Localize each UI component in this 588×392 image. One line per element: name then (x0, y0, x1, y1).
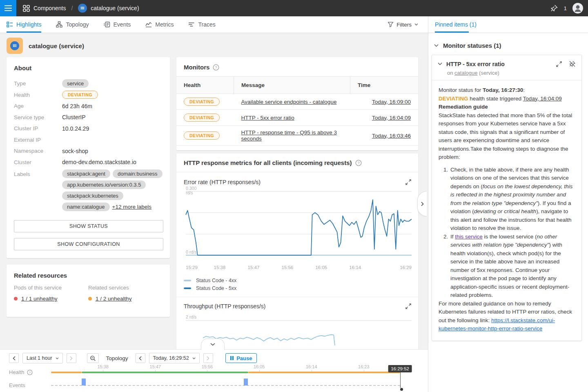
health-track-label: Health ? (9, 369, 33, 375)
about-row-age: Age 6d 23h 46m (14, 100, 163, 112)
legend-item-5xx: Status Code - 5xx (184, 284, 418, 292)
remediation-steps: Check, in the table above, if there are … (439, 166, 575, 300)
about-row-cluster-ip: Cluster IP 10.0.24.29 (14, 123, 163, 134)
error-rate-chart[interactable]: 0.300rd/s 0 rd/s (186, 191, 412, 263)
filters-button[interactable]: Filters (388, 16, 418, 33)
about-row-external-ip: External IP (14, 134, 163, 146)
collapse-timeline-tab[interactable] (201, 339, 225, 350)
tab-events[interactable]: Events (104, 16, 131, 33)
related-resources-title: Related resources (14, 272, 163, 279)
monitor-time-link[interactable]: Today, 16:04:09 (372, 115, 411, 121)
app-window: Components / catalogue (service) 1 (0, 0, 588, 392)
help-icon[interactable]: ? (213, 64, 219, 71)
chevron-down-icon[interactable] (438, 62, 442, 65)
monitor-status-line: Monitor status for Today, 16:27:30: (439, 86, 575, 95)
breadcrumb-current[interactable]: catalogue (service) (91, 5, 139, 11)
highlights-icon (7, 21, 13, 28)
related-group-pods: Pods of this service 1 / 1 unhealthy (14, 285, 88, 302)
more-labels-link[interactable]: +12 more labels (112, 204, 151, 210)
monitor-time-link[interactable]: Today, 16:03:46 (372, 133, 411, 139)
health-state-badge: DEVIATING (184, 98, 220, 106)
show-configuration-button[interactable]: SHOW CONFIGURATION (14, 238, 163, 250)
error-rate-plot (186, 191, 412, 256)
topbar-actions: 1 (550, 0, 583, 16)
hamburger-icon (4, 5, 12, 11)
related-group-services: Related services 1 / 2 unhealthy (88, 285, 163, 302)
services-unhealthy-link[interactable]: 1 / 2 unhealthy (96, 296, 132, 302)
tab-topology[interactable]: Topology (56, 16, 89, 33)
monitor-time-link[interactable]: Today, 16:09:00 (372, 99, 411, 105)
events-track (51, 376, 425, 389)
about-row-labels: Labels stackpack:agent domain:business a… (14, 169, 163, 211)
chart-legend: Status Code - 4xx Status Code - 5xx (184, 276, 418, 292)
avatar[interactable] (572, 3, 583, 13)
hamburger-menu-button[interactable] (0, 0, 16, 16)
expand-icon[interactable] (405, 179, 412, 185)
about-row-health: Health DEVIATING (14, 89, 163, 101)
components-grid-icon (23, 5, 30, 12)
column-header-message: Message (234, 77, 350, 94)
filter-funnel-icon (388, 22, 394, 28)
component-health-badge (7, 38, 23, 54)
health-state-badge: DEVIATING (62, 91, 98, 99)
about-row-cluster: Cluster demo-dev.demo.stackstate.io (14, 157, 163, 168)
unpin-icon[interactable] (569, 60, 576, 67)
monitors-table: Health Message Time DEVIATING Available … (176, 76, 418, 146)
tab-label: Topology (66, 21, 89, 28)
tab-metrics[interactable]: Metrics (145, 16, 174, 33)
traces-icon (188, 21, 195, 28)
related-resources-card: Related resources Pods of this service 1… (7, 265, 170, 317)
label-pill: stackpack:kubernetes (62, 192, 123, 200)
monitor-triggered-line: DEVIATING health state triggered Today, … (439, 95, 575, 103)
service-icon (10, 41, 19, 50)
chevron-down-icon (434, 44, 439, 47)
monitor-link[interactable]: HTTP - response time - Q95 is above 3 se… (241, 129, 337, 142)
http-metrics-card: HTTP response metrics for all clients (i… (176, 154, 418, 349)
top-bar: Components / catalogue (service) 1 (0, 0, 588, 16)
timeline-track[interactable]: 15:3815:4715:5616:0516:1416:23 16:29:52 (51, 350, 425, 392)
tab-label: Events (114, 21, 131, 28)
pinned-items-panel: Pinned items (1) Monitor statuses (1) HT… (428, 16, 588, 392)
help-icon[interactable]: ? (27, 370, 33, 375)
monitor-row: DEVIATING Available service endpoints - … (176, 94, 418, 110)
events-dash (51, 385, 400, 386)
svg-text:?: ? (29, 370, 31, 374)
pinned-monitor-title[interactable]: HTTP - 5xx error ratio (446, 61, 552, 67)
chevron-right-icon (421, 202, 424, 206)
pinned-monitor-component[interactable]: on catalogue (service) (447, 70, 576, 76)
monitor-link[interactable]: HTTP - 5xx error ratio (241, 115, 294, 121)
pods-unhealthy-link[interactable]: 1 / 1 unhealthy (21, 296, 58, 302)
about-row-namespace: Namespace sock-shop (14, 145, 163, 157)
expand-icon[interactable] (556, 61, 562, 67)
breadcrumb-separator: / (71, 5, 73, 11)
legend-item-4xx: Status Code - 4xx (184, 276, 418, 284)
y-axis-max-label: 2 rd/s (186, 315, 196, 319)
expand-icon[interactable] (405, 303, 412, 310)
help-icon[interactable]: ? (355, 160, 362, 166)
breadcrumb: Components / catalogue (service) (23, 0, 139, 16)
events-icon (104, 21, 110, 28)
show-status-button[interactable]: SHOW STATUS (14, 220, 163, 232)
tab-highlights[interactable]: Highlights (7, 16, 41, 33)
chevron-down-icon (414, 23, 418, 26)
monitor-link[interactable]: Available service endpoints - catalogue (241, 99, 337, 105)
label-pill: domain:business (113, 169, 163, 178)
about-row-type: Type service (14, 78, 163, 89)
view-tabbar: Highlights Topology (0, 16, 428, 33)
main-content: catalogue (service) About Type service H… (0, 33, 428, 349)
about-card: About Type service Health DEVIATING Age … (7, 57, 170, 258)
monitors-card: Monitors ? Health Message Time DEVIATIN (176, 57, 418, 150)
topology-icon (56, 21, 62, 28)
health-bar (51, 372, 425, 373)
range-back-button[interactable] (9, 353, 19, 363)
breadcrumb-root[interactable]: Components (33, 5, 66, 11)
remediation-step: If this service is the lowest service (n… (450, 233, 575, 300)
pin-icon[interactable] (550, 4, 558, 12)
label-pill: stackpack:agent (62, 169, 110, 178)
tab-traces[interactable]: Traces (188, 16, 215, 33)
tab-pinned-items[interactable]: Pinned items (1) (435, 16, 477, 33)
critical-health-dot (14, 297, 18, 301)
tab-label: Metrics (155, 21, 174, 28)
cursor-time-badge: 16:29:52 (388, 365, 412, 372)
monitor-statuses-section-header[interactable]: Monitor statuses (1) (428, 33, 588, 54)
